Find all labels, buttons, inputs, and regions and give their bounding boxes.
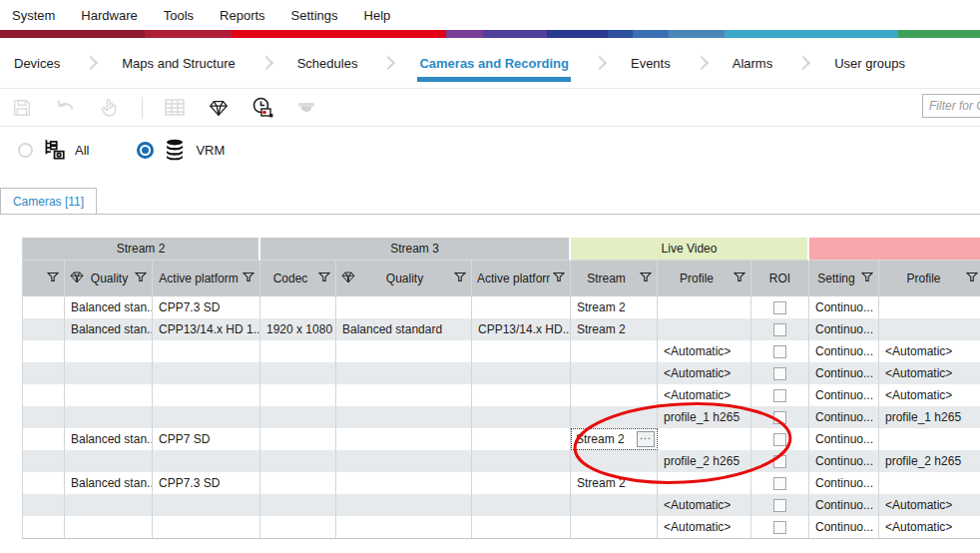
column-header-profile[interactable]: Profile [879, 261, 980, 296]
column-header-stream[interactable]: Stream [571, 261, 658, 296]
cell-quality[interactable]: Balanced stan... [65, 318, 153, 340]
option-vrm[interactable]: VRM [137, 137, 225, 163]
cell-setting[interactable]: Continuo... [809, 472, 879, 494]
cell-active-platform[interactable] [472, 340, 571, 362]
cell-roi[interactable] [751, 296, 809, 318]
cell-active-platform[interactable] [153, 384, 260, 406]
nav-user-groups[interactable]: User groups [832, 42, 907, 85]
filter-icon[interactable] [135, 272, 147, 285]
cell-active-platform[interactable] [153, 362, 260, 384]
cell-setting[interactable]: Continuo... [809, 340, 879, 362]
cell-roi[interactable] [751, 340, 809, 362]
filter-icon[interactable] [966, 272, 978, 285]
vrm-radio[interactable] [137, 142, 154, 159]
cell-profile[interactable]: <Automatic> [879, 340, 980, 362]
cell-codec[interactable] [260, 472, 336, 494]
column-header-active-platform[interactable]: Active platform [153, 261, 260, 296]
cell-quality[interactable] [336, 362, 472, 384]
cell-codec[interactable]: 1920 x 1080 [260, 318, 336, 340]
filter-icon[interactable] [454, 272, 466, 285]
cell-quality[interactable] [65, 384, 153, 406]
cell-stream[interactable]: Stream 2 [571, 318, 658, 340]
cell-profile[interactable] [879, 296, 980, 318]
column-header-quality[interactable]: Quality [65, 261, 153, 296]
cell-profile[interactable]: <Automatic> [658, 340, 751, 362]
cell-stream[interactable] [571, 516, 658, 538]
cell-roi[interactable] [751, 428, 809, 450]
cell-stream[interactable]: Stream 2... [571, 428, 658, 450]
cell-quality[interactable] [336, 428, 472, 450]
save-icon[interactable] [10, 96, 34, 120]
roi-checkbox[interactable] [773, 433, 786, 446]
cell-profile[interactable] [658, 318, 751, 340]
cell-quality[interactable] [65, 406, 153, 428]
cell-quality[interactable] [336, 472, 472, 494]
cell-stream[interactable] [571, 494, 658, 516]
nav-devices[interactable]: Devices [12, 42, 62, 85]
option-all[interactable]: All [18, 137, 89, 163]
cell-roi[interactable] [751, 406, 809, 428]
filter-icon[interactable] [47, 272, 59, 285]
column-header-active-platform[interactable]: Active platform [472, 261, 571, 296]
filter-icon[interactable] [861, 272, 873, 285]
cell-setting[interactable]: Continuo... [809, 406, 879, 428]
cell-quality[interactable]: Balanced stan... [65, 472, 153, 494]
cell-roi[interactable] [751, 450, 809, 472]
cell-setting[interactable]: Continuo... [809, 516, 879, 538]
cell-quality[interactable] [336, 516, 472, 538]
cell-codec[interactable] [260, 362, 336, 384]
table-icon[interactable] [163, 96, 187, 120]
cell-codec[interactable] [260, 516, 336, 538]
cell-quality[interactable] [336, 340, 472, 362]
column-header-roi[interactable]: ROI [751, 261, 809, 296]
filter-icon[interactable] [318, 272, 330, 285]
cell-active-platform[interactable] [472, 362, 571, 384]
cell-profile[interactable]: <Automatic> [658, 516, 751, 538]
cell-codec[interactable] [260, 428, 336, 450]
cell-active-platform[interactable]: CPP7.3 SD [153, 296, 260, 318]
dome-camera-icon[interactable] [294, 96, 318, 120]
cell-codec[interactable] [260, 340, 336, 362]
cell-active-platform[interactable] [472, 516, 571, 538]
cell-stream[interactable] [571, 450, 658, 472]
cell-active-platform[interactable] [472, 384, 571, 406]
cell-stream[interactable]: Stream 2 [571, 296, 658, 318]
filter-icon[interactable] [243, 272, 254, 285]
cell-setting[interactable]: Continuo... [809, 384, 879, 406]
cell-profile[interactable]: profile_1 h265 [658, 406, 751, 428]
cell-codec[interactable] [260, 494, 336, 516]
menu-reports[interactable]: Reports [220, 8, 265, 23]
cell-active-platform[interactable] [153, 516, 260, 538]
nav-events[interactable]: Events [629, 42, 673, 85]
cell-0[interactable] [23, 318, 65, 340]
cell-quality[interactable] [65, 516, 153, 538]
cell-profile[interactable]: profile_2 h265 [879, 450, 980, 472]
cell-0[interactable] [23, 450, 65, 472]
nav-cameras-and-recording[interactable]: Cameras and Recording [417, 42, 571, 85]
roi-checkbox[interactable] [773, 345, 786, 358]
cell-active-platform[interactable]: CPP13/14.x HD... [472, 318, 571, 340]
cell-codec[interactable] [260, 406, 336, 428]
cell-0[interactable] [23, 406, 65, 428]
cell-quality[interactable]: Balanced stan... [65, 428, 153, 450]
cell-setting[interactable]: Continuo... [809, 296, 879, 318]
menu-system[interactable]: System [12, 8, 55, 23]
cell-profile[interactable]: <Automatic> [879, 362, 980, 384]
roi-checkbox[interactable] [773, 367, 786, 380]
cell-profile[interactable] [658, 428, 751, 450]
column-header-setting[interactable]: Setting [809, 261, 879, 296]
cell-active-platform[interactable] [472, 428, 571, 450]
menu-tools[interactable]: Tools [164, 8, 194, 23]
cell-setting[interactable]: Continuo... [809, 428, 879, 450]
cell-profile[interactable]: profile_1 h265 [879, 406, 980, 428]
roi-checkbox[interactable] [773, 301, 786, 314]
cell-stream[interactable] [571, 340, 658, 362]
cell-0[interactable] [23, 296, 65, 318]
cell-active-platform[interactable] [472, 406, 571, 428]
filter-icon[interactable] [640, 272, 652, 285]
cell-0[interactable] [23, 362, 65, 384]
cell-stream[interactable] [571, 384, 658, 406]
cell-active-platform[interactable] [472, 450, 571, 472]
nav-alarms[interactable]: Alarms [731, 42, 774, 85]
cell-quality[interactable] [336, 406, 472, 428]
